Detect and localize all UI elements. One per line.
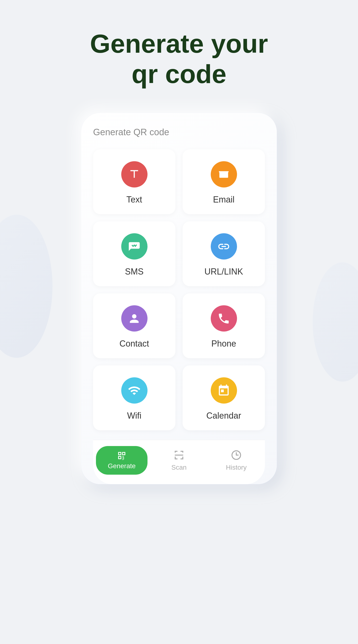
bottom-navigation: Generate Scan Hist [93,440,265,484]
text-icon [128,168,141,181]
nav-item-scan[interactable]: Scan [150,449,208,471]
section-title: Generate QR code [93,127,265,138]
text-label: Text [126,195,142,205]
url-label: URL/LINK [204,267,243,277]
grid-item-url[interactable]: URL/LINK [183,221,265,286]
bg-decoration-left [0,215,53,358]
sms-icon [128,240,141,253]
phone-icon-circle [211,305,237,332]
calendar-icon-circle [211,377,237,404]
contact-icon [128,312,141,325]
grid-item-calendar[interactable]: Calendar [183,366,265,430]
generate-nav-label: Generate [108,462,136,470]
scan-nav-label: Scan [171,464,187,471]
email-icon [217,168,230,181]
grid-item-email[interactable]: Email [183,149,265,214]
scan-icon [173,449,185,461]
phone-icon [217,312,230,325]
generate-nav-button[interactable]: Generate [96,446,148,475]
calendar-label: Calendar [206,411,241,421]
grid-item-phone[interactable]: Phone [183,294,265,358]
sms-label: SMS [125,267,143,277]
qr-options-grid: Text Email SMS [93,149,265,430]
wifi-icon-circle [121,377,148,404]
sms-icon-circle [121,233,148,260]
phone-mockup: Generate QR code Text Email [81,113,277,484]
nav-item-generate[interactable]: Generate [93,446,150,475]
contact-icon-circle [121,305,148,332]
email-label: Email [213,195,234,205]
grid-item-text[interactable]: Text [93,149,175,214]
page-title: Generate your qr code [90,28,268,89]
url-icon-circle [211,233,237,260]
email-icon-circle [211,161,237,188]
bg-decoration-right [313,262,358,382]
wifi-icon [128,384,141,397]
text-icon-circle [121,161,148,188]
grid-item-wifi[interactable]: Wifi [93,366,175,430]
wifi-label: Wifi [127,411,142,421]
nav-item-history[interactable]: History [208,449,265,471]
scan-nav-icon [173,449,185,462]
contact-label: Contact [119,339,149,349]
phone-label: Phone [211,339,236,349]
history-nav-icon [231,449,242,462]
history-icon [231,449,242,461]
calendar-icon [217,384,230,397]
generate-nav-icon [117,451,127,460]
grid-item-sms[interactable]: SMS [93,221,175,286]
history-nav-label: History [226,464,246,471]
grid-item-contact[interactable]: Contact [93,294,175,358]
link-icon [217,240,230,253]
